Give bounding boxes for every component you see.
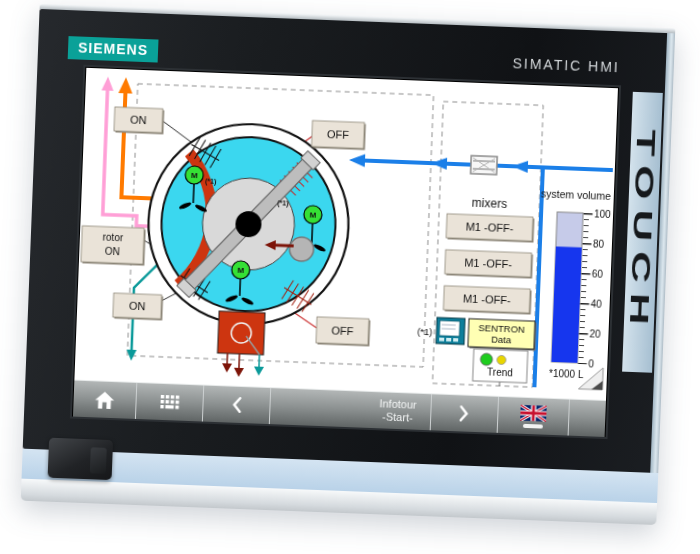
uk-flag-icon bbox=[520, 404, 547, 421]
volume-unit-note: *1000 L bbox=[549, 368, 584, 380]
major-ticks bbox=[582, 213, 588, 364]
model-label: SIMATIC HMI bbox=[512, 55, 620, 75]
status-led-yellow bbox=[497, 355, 506, 364]
svg-text:M: M bbox=[237, 266, 244, 275]
svg-text:Trend: Trend bbox=[487, 366, 513, 378]
svg-text:M1 -OFF-: M1 -OFF- bbox=[465, 220, 513, 234]
device-bezel: SIEMENS SIMATIC HMI TOUCH bbox=[23, 9, 675, 473]
front-connector bbox=[48, 438, 113, 480]
svg-text:M: M bbox=[191, 171, 198, 180]
infotour-button[interactable]: Infotour -Start- bbox=[269, 388, 431, 430]
valve-icon bbox=[222, 363, 232, 372]
filter-symbol-icon bbox=[471, 156, 498, 175]
home-icon bbox=[93, 390, 116, 410]
pipe-arrow-icon bbox=[349, 153, 365, 167]
svg-text:OFF: OFF bbox=[327, 128, 350, 141]
siemens-logo: SIEMENS bbox=[68, 36, 159, 62]
mixer-button-1[interactable]: M1 -OFF- bbox=[446, 214, 534, 243]
mixer-button-3[interactable]: M1 -OFF- bbox=[443, 286, 531, 315]
svg-text:80: 80 bbox=[593, 238, 605, 249]
svg-text:0: 0 bbox=[588, 358, 594, 369]
svg-text:M1 -OFF-: M1 -OFF- bbox=[463, 292, 511, 306]
svg-text:60: 60 bbox=[592, 268, 604, 279]
home-button[interactable] bbox=[73, 381, 136, 419]
svg-text:M: M bbox=[309, 210, 316, 219]
process-diagram: M (*1) M (*1) bbox=[74, 68, 618, 400]
off-button-top[interactable]: OFF bbox=[311, 121, 366, 151]
volume-title: system volume bbox=[541, 187, 612, 202]
apps-grid-icon bbox=[160, 395, 180, 410]
screen: M (*1) M (*1) bbox=[72, 67, 619, 437]
valve-icon bbox=[234, 368, 244, 377]
flag-underline bbox=[523, 423, 543, 428]
svg-text:ON: ON bbox=[130, 114, 147, 127]
pipe-arrow-icon bbox=[102, 76, 115, 90]
svg-text:ON: ON bbox=[105, 246, 120, 258]
pipe-arrow-icon bbox=[431, 157, 447, 170]
hmi-application: M (*1) M (*1) bbox=[74, 68, 618, 400]
chevron-right-icon bbox=[458, 404, 471, 422]
sentron-note: (*1) bbox=[417, 326, 433, 338]
product-photo-stage: SIEMENS SIMATIC HMI TOUCH bbox=[0, 0, 700, 554]
pipe-arrow-icon bbox=[118, 77, 133, 94]
sentron-data-button[interactable]: SENTRON Data bbox=[468, 319, 537, 351]
toolbar-spacer bbox=[568, 400, 606, 437]
trend-button[interactable]: Trend bbox=[473, 349, 528, 383]
valve-icon bbox=[254, 366, 264, 375]
svg-text:100: 100 bbox=[594, 208, 612, 220]
on-button-bottom[interactable]: ON bbox=[113, 293, 163, 320]
mixer-button-2[interactable]: M1 -OFF- bbox=[445, 250, 533, 279]
mixer-tank bbox=[145, 120, 353, 328]
svg-text:Data: Data bbox=[491, 334, 512, 346]
apps-button[interactable] bbox=[135, 383, 203, 422]
system-volume-gauge: system volume 100 80 60 40 20 0 *1000 L bbox=[534, 187, 612, 381]
infotour-label: Infotour -Start- bbox=[379, 397, 417, 424]
rotor-on-button[interactable]: rotor ON bbox=[81, 226, 146, 266]
svg-text:ON: ON bbox=[129, 300, 146, 313]
language-button[interactable] bbox=[497, 397, 569, 436]
status-led-green bbox=[480, 353, 492, 365]
svg-text:40: 40 bbox=[590, 298, 602, 309]
off-button-bottom[interactable]: OFF bbox=[316, 317, 371, 347]
volume-bar-fill bbox=[551, 246, 581, 362]
chevron-left-icon bbox=[230, 396, 243, 414]
pipe-arrow-icon bbox=[512, 160, 528, 173]
mixers-title: mixers bbox=[472, 196, 508, 211]
svg-text:SENTRON: SENTRON bbox=[478, 322, 525, 335]
svg-text:OFF: OFF bbox=[331, 324, 354, 337]
forward-button[interactable] bbox=[430, 394, 498, 433]
svg-text:rotor: rotor bbox=[102, 232, 124, 244]
hmi-device: SIEMENS SIMATIC HMI TOUCH bbox=[21, 4, 676, 525]
on-button-top[interactable]: ON bbox=[114, 107, 164, 134]
svg-text:20: 20 bbox=[589, 328, 601, 339]
sentron-device-icon bbox=[436, 317, 465, 344]
tank-outlet bbox=[217, 311, 266, 378]
svg-text:M1 -OFF-: M1 -OFF- bbox=[464, 256, 512, 270]
back-button[interactable] bbox=[202, 386, 270, 425]
